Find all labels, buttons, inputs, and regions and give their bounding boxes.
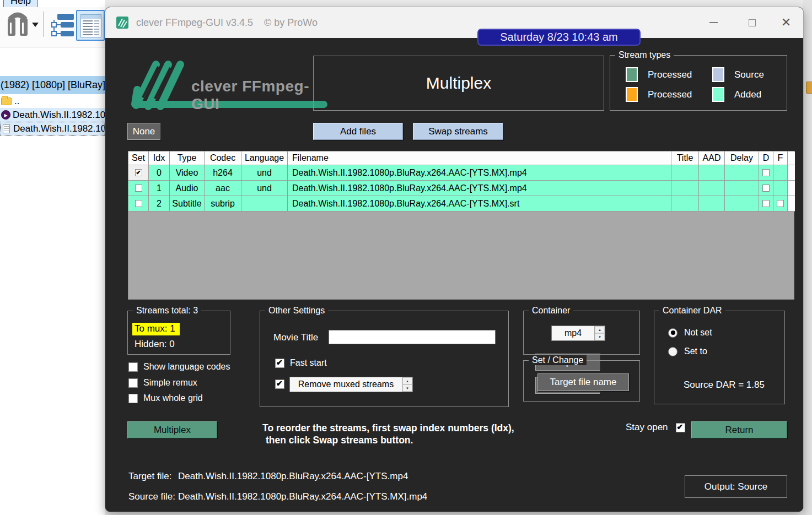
multiplex-button[interactable]: Multiplex (127, 421, 217, 438)
set-to-radio[interactable] (668, 347, 677, 356)
set-change-group: Set / Change Target file name (523, 360, 640, 402)
col-title[interactable]: Title (671, 151, 699, 165)
table-row[interactable]: 1 Audio aac und Death.Wish.II.1982.1080p… (128, 181, 794, 196)
remove-muxed-option[interactable] (275, 380, 290, 389)
set-checkbox[interactable] (135, 200, 142, 207)
fast-start-checkbox[interactable] (275, 359, 284, 368)
folder-header-label: (1982) [1080p] [BluRay] (1, 79, 105, 91)
stay-open-label: Stay open (626, 422, 668, 433)
list-item[interactable]: (1982) [1080p] [BluRay] (0, 76, 105, 94)
details-view-icon[interactable] (76, 10, 105, 41)
filename-cell: Death.Wish.II.1982.1080p.BluRay.x264.AAC… (288, 196, 671, 212)
spin-down-icon[interactable]: ▼ (595, 333, 605, 340)
binoculars-dropdown-icon[interactable] (32, 23, 39, 27)
fast-start-option[interactable]: Fast start (275, 358, 327, 368)
set-checkbox[interactable] (135, 169, 142, 176)
target-file-name-button[interactable]: Target file name (537, 373, 629, 391)
binoculars-icon[interactable] (6, 12, 30, 37)
close-button[interactable]: ✕ (773, 7, 799, 38)
col-type[interactable]: Type (170, 151, 205, 165)
col-d[interactable]: D (759, 151, 773, 165)
radio-label: Set to (684, 346, 707, 356)
list-item[interactable]: .. (0, 94, 105, 108)
window-copyright: © by ProWo (264, 17, 318, 29)
multiplex-dialog: clever FFmpeg-GUI v3.4.5 © by ProWo ✕ Sa… (105, 7, 804, 512)
legend-label: Processed (648, 89, 692, 100)
app-logo: clever FFmpeg-GUI (127, 56, 329, 115)
instruction-line2: then click Swap streams button. (266, 434, 514, 446)
tree-view-icon[interactable] (50, 13, 74, 39)
other-settings-group: Other Settings Movie Title Fast start Re… (260, 311, 509, 407)
option-label: Fast start (290, 358, 327, 368)
d-checkbox[interactable] (762, 169, 770, 176)
none-button[interactable]: None (127, 123, 160, 140)
legend-swatch (712, 87, 724, 102)
swap-streams-button[interactable]: Swap streams (413, 123, 503, 140)
not-set-option[interactable]: Not set (668, 328, 712, 338)
idx-cell: 2 (149, 196, 170, 212)
title-cell (671, 181, 699, 196)
col-set[interactable]: Set (128, 151, 149, 165)
not-set-radio[interactable] (668, 328, 677, 338)
set-checkbox[interactable] (135, 185, 142, 192)
table-header-row: Set Idx Type Codec Language Filename Tit… (128, 151, 794, 165)
mux-whole-grid-option[interactable]: Mux whole grid (128, 393, 203, 403)
movie-title-input[interactable] (329, 330, 496, 344)
minimize-button[interactable] (701, 7, 726, 38)
stay-open-option[interactable]: Stay open (626, 422, 685, 433)
simple-remux-checkbox[interactable] (128, 378, 138, 388)
col-codec[interactable]: Codec (205, 151, 241, 165)
target-file-value: Death.Wish.II.1982.1080p.BluRay.x264.AAC… (178, 471, 408, 482)
simple-remux-option[interactable]: Simple remux (128, 378, 197, 388)
table-row[interactable]: 2 Subtitle subrip Death.Wish.II.1982.108… (128, 196, 794, 212)
legend-source-stream: Source (712, 67, 764, 82)
f-checkbox[interactable] (777, 200, 784, 207)
spin-up-icon[interactable]: ▲ (595, 326, 605, 333)
toolbar-separator (43, 12, 44, 37)
add-files-button[interactable]: Add files (313, 123, 403, 140)
remove-muxed-checkbox[interactable] (275, 380, 284, 389)
col-f[interactable]: F (773, 151, 788, 165)
maximize-button[interactable] (739, 7, 765, 38)
set-to-option[interactable]: Set to (668, 346, 707, 356)
legend-added-stream: Added (712, 87, 761, 102)
output-source-button[interactable]: Output: Source (685, 475, 787, 498)
filler-cell (788, 165, 795, 181)
language-cell: und (241, 165, 288, 181)
col-aad[interactable]: AAD (699, 151, 725, 165)
stream-types-title: Stream types (615, 50, 674, 60)
source-file-row: Source file: Death.Wish.II.1982.1080p.Bl… (128, 491, 427, 502)
source-file-value: Death.Wish.II.1982.1080p.BluRay.x264.AAC… (178, 491, 427, 502)
source-dar-value: Source DAR = 1.85 (684, 380, 765, 391)
radio-label: Not set (684, 328, 712, 338)
idx-cell: 0 (149, 165, 170, 181)
datetime-badge: Saturday 8/23 10:43 am (477, 29, 641, 46)
f-cell (773, 181, 788, 196)
container-spinner[interactable]: mp4 ▲▼ (551, 326, 605, 341)
mux-whole-grid-checkbox[interactable] (128, 394, 138, 403)
streams-total-group: Streams total: 3 To mux: 1 Hidden: 0 (127, 311, 230, 355)
list-item[interactable]: ▶ Death.Wish.II.1982.10 (0, 108, 105, 122)
type-cell: Subtitle (170, 196, 205, 212)
stay-open-checkbox[interactable] (676, 423, 685, 432)
remove-muxed-spinner[interactable]: Remove muxed streams ▲▼ (289, 377, 413, 392)
list-item[interactable]: Death.Wish.II.1982.10 (0, 122, 105, 135)
col-language[interactable]: Language (241, 151, 288, 165)
d-checkbox[interactable] (762, 185, 770, 192)
spin-down-icon[interactable]: ▼ (402, 384, 412, 392)
hidden-count: Hidden: 0 (135, 339, 175, 350)
d-checkbox[interactable] (762, 200, 770, 207)
other-settings-title: Other Settings (265, 306, 328, 316)
option-label: Mux whole grid (143, 393, 203, 403)
spin-up-icon[interactable]: ▲ (402, 377, 412, 384)
codec-cell: h264 (205, 165, 241, 181)
legend-label: Processed (648, 69, 692, 80)
container-value: mp4 (552, 326, 594, 340)
show-language-codes-checkbox[interactable] (128, 362, 138, 372)
col-idx[interactable]: Idx (149, 151, 170, 165)
col-delay[interactable]: Delay (725, 151, 759, 165)
table-row[interactable]: 0 Video h264 und Death.Wish.II.1982.1080… (128, 165, 794, 181)
col-filename[interactable]: Filename (288, 151, 671, 165)
show-language-codes-option[interactable]: Show language codes (128, 362, 230, 372)
return-button[interactable]: Return (691, 421, 787, 438)
